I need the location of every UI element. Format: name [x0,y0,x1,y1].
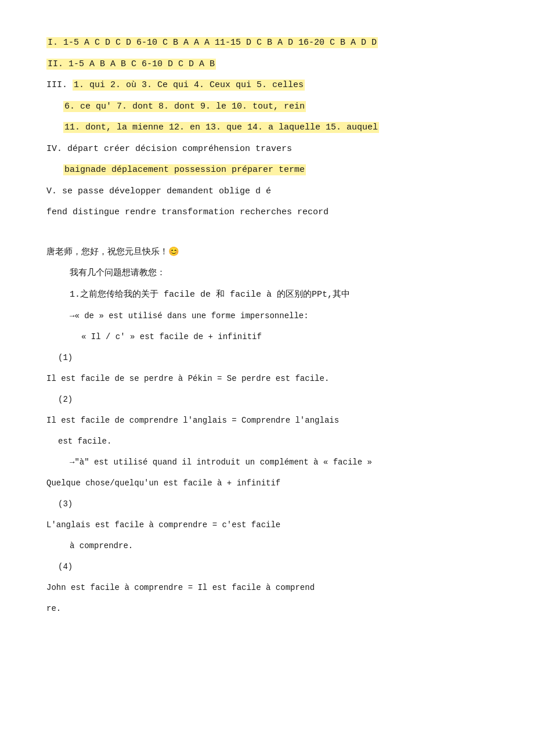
section-ii-text: II. 1-5 A B A B C 6-10 D C D A B [46,59,216,70]
section-iv-label: IV. [46,144,62,154]
quote1-line: « Il / c' » est facile de + infinitif [46,329,488,345]
ex2-label-line: (2) [46,391,488,408]
section-iii-a: III. 1. qui 2. où 3. Ce qui 4. Ceux qui … [46,77,488,94]
ex1-label-line: (1) [46,350,488,366]
ex1-label-text: (1) [58,353,73,362]
question1-head-line: 1.之前您传给我的关于 facile de 和 facile à 的区别的PPt… [46,287,488,304]
arrow2-text: →"à" est utilisé quand il introduit un c… [70,458,372,467]
quelque-text: Quelque chose/quelqu'un est facile à + i… [46,478,280,488]
section-ii: II. 1-5 A B A B C 6-10 D C D A B [46,56,488,73]
section-ii-label: II. [48,59,63,69]
ex4a-text: John est facile à comprendre = Il est fa… [46,583,315,592]
arrow1-line: →« de » est utilisé dans une forme imper… [46,308,488,324]
ex2-label-text: (2) [58,395,73,404]
ex3-label-line: (3) [46,496,488,512]
section-iii-c-text: 11. dont, la mienne 12. en 13. que 14. a… [63,122,379,133]
ex1-line: Il est facile de se perdre à Pékin = Se … [46,370,488,387]
arrow1-text: →« de » est utilisé dans une forme imper… [70,311,309,321]
section-v-line1: se passe développer demandent oblige d é [62,186,271,196]
section-v-label: V. [46,186,57,196]
section-ii-content: 1-5 A B A B C 6-10 D C D A B [68,59,215,69]
ex4b-line: re. [46,600,488,617]
section-iv-b: baignade déplacement possession préparer… [46,162,488,179]
section-v-b: fend distingue rendre transformation rec… [46,204,488,221]
section-iii-text: 1. qui 2. où 3. Ce qui 4. Ceux qui 5. ce… [73,80,305,91]
ex1-text: Il est facile de se perdre à Pékin = Se … [46,374,329,383]
greeting-text: 唐老师，您好，祝您元旦快乐！😊 [46,247,179,257]
section-iii-b: 6. ce qu' 7. dont 8. dont 9. le 10. tout… [46,99,488,116]
ex4-label-line: (4) [46,559,488,575]
section-iii-label: III. [46,80,67,90]
ex2a-text: Il est facile de comprendre l'anglais = … [46,416,339,425]
section-i-text: I. 1-5 A C D C D 6-10 C B A A A 11-15 D … [46,37,378,48]
ex4a-line: John est facile à comprendre = Il est fa… [46,579,488,596]
section-i: I. 1-5 A C D C D 6-10 C B A A A 11-15 D … [46,35,488,52]
ex2b-line: est facile. [46,433,488,449]
chinese-section: 唐老师，您好，祝您元旦快乐！😊 我有几个问题想请教您： 1.之前您传给我的关于 … [46,244,488,617]
ex4b-text: re. [46,604,61,613]
section-iii-b-text: 6. ce qu' 7. dont 8. dont 9. le 10. tout… [63,101,306,112]
question1-head-text: 1.之前您传给我的关于 facile de 和 facile à 的区别的PPt… [70,290,350,300]
quelque-line: Quelque chose/quelqu'un est facile à + i… [46,475,488,491]
ex2a-line: Il est facile de comprendre l'anglais = … [46,412,488,429]
ex4-label-text: (4) [58,562,73,571]
intro-line: 我有几个问题想请教您： [46,265,488,282]
arrow2-line: →"à" est utilisé quand il introduit un c… [46,454,488,470]
section-i-content: 1-5 A C D C D 6-10 C B A A A 11-15 D C B… [63,38,377,48]
section-iv-content: départ créer décision compréhension trav… [67,144,292,154]
page-content: I. 1-5 A C D C D 6-10 C B A A A 11-15 D … [46,35,488,617]
ex3b-text: à comprendre. [70,541,133,550]
section-iv-b-text: baignade déplacement possession préparer… [63,164,306,175]
quote1-text: « Il / c' » est facile de + infinitif [81,332,262,341]
section-iv-a: IV. départ créer décision compréhension … [46,141,488,158]
ex2b-text: est facile. [58,437,111,446]
greeting-line: 唐老师，您好，祝您元旦快乐！😊 [46,244,488,261]
ex3a-text: L'anglais est facile à comprendre = c'es… [46,520,280,530]
section-i-label: I. [48,38,58,48]
ex3-label-text: (3) [58,499,73,509]
section-iii-c: 11. dont, la mienne 12. en 13. que 14. a… [46,120,488,136]
ex3a-line: L'anglais est facile à comprendre = c'es… [46,517,488,533]
section-v-line2: fend distingue rendre transformation rec… [46,207,329,217]
section-v-a: V. se passe développer demandent oblige … [46,183,488,200]
intro-text: 我有几个问题想请教您： [70,268,165,278]
ex3b-line: à comprendre. [46,538,488,554]
